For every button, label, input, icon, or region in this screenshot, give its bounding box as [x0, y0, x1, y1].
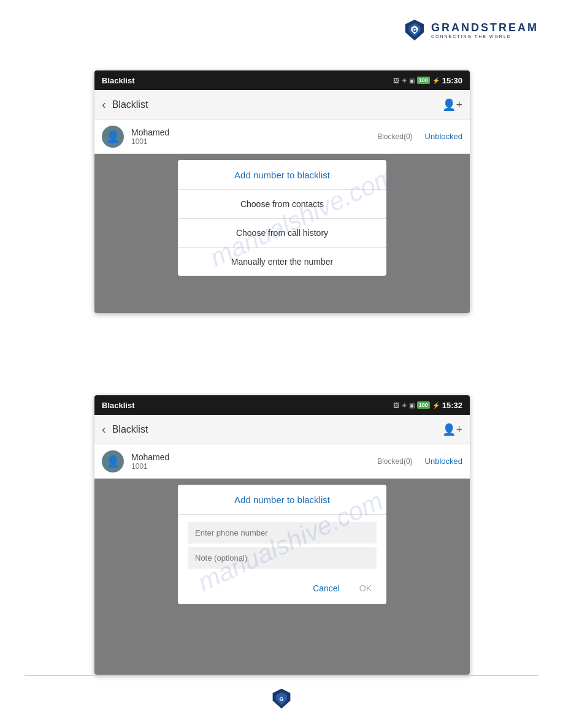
blocked-badge-1: Blocked(0) — [377, 132, 412, 141]
screen-icon-2: ▣ — [409, 402, 415, 409]
nav-bar-2: ‹ Blacklist 👤+ — [94, 415, 470, 444]
phone-number-input[interactable] — [188, 522, 377, 544]
status-bar-icons-1: 🖼 ✳ ▣ 100 ⚡ 15:30 — [393, 76, 462, 85]
contact-avatar-1: 👤 — [102, 126, 124, 148]
time-display-2: 15:32 — [442, 401, 462, 410]
bottom-logo-icon: G — [270, 688, 293, 710]
status-bar-title-1: Blacklist — [102, 76, 134, 85]
bluetooth-icon-1: ✳ — [402, 77, 407, 84]
note-input[interactable] — [188, 547, 377, 569]
bottom-divider — [25, 675, 538, 676]
bottom-logo: G — [270, 688, 293, 710]
add-user-button-1[interactable]: 👤+ — [442, 98, 462, 112]
contact-number-1: 1001 — [131, 137, 377, 146]
screen-overlay-2: Add number to blacklist Cancel OK — [94, 479, 470, 675]
screen-overlay-1: Add number to blacklist Choose from cont… — [94, 154, 470, 313]
back-button-1[interactable]: ‹ — [102, 97, 106, 112]
avatar-icon-1: 👤 — [106, 130, 120, 143]
nav-bar-1: ‹ Blacklist 👤+ — [94, 90, 470, 119]
manually-enter-option[interactable]: Manually enter the number — [178, 248, 386, 276]
blocked-badge-2: Blocked(0) — [377, 457, 412, 466]
contact-row-1: 👤 Mohamed 1001 Blocked(0) Unblocked — [94, 119, 470, 154]
unblocked-button-2[interactable]: Unblocked — [425, 457, 462, 466]
svg-text:G: G — [279, 696, 283, 702]
time-display-1: 15:30 — [442, 76, 462, 85]
dialog-add-blacklist-2: Add number to blacklist Cancel OK — [178, 485, 386, 604]
bluetooth-icon-2: ✳ — [402, 402, 407, 409]
add-user-button-2[interactable]: 👤+ — [442, 423, 462, 436]
image-icon-1: 🖼 — [393, 77, 399, 84]
screen-2: Blacklist 🖼 ✳ ▣ 100 ⚡ 15:32 ‹ Blacklist … — [94, 395, 470, 675]
contact-row-2: 👤 Mohamed 1001 Blocked(0) Unblocked — [94, 444, 470, 479]
contact-info-2: Mohamed 1001 — [131, 452, 377, 471]
svg-text:G: G — [413, 27, 417, 33]
contact-info-1: Mohamed 1001 — [131, 127, 377, 146]
battery-indicator-2: 100 — [417, 401, 430, 409]
image-icon-2: 🖼 — [393, 402, 399, 409]
status-bar-1: Blacklist 🖼 ✳ ▣ 100 ⚡ 15:30 — [94, 70, 470, 90]
status-bar-2: Blacklist 🖼 ✳ ▣ 100 ⚡ 15:32 — [94, 395, 470, 415]
choose-contacts-option[interactable]: Choose from contacts — [178, 190, 386, 219]
cancel-button[interactable]: Cancel — [308, 581, 345, 596]
contact-name-1: Mohamed — [131, 127, 377, 137]
dialog-add-blacklist-1: Add number to blacklist Choose from cont… — [178, 160, 386, 276]
contact-name-2: Mohamed — [131, 452, 377, 462]
status-bar-icons-2: 🖼 ✳ ▣ 100 ⚡ 15:32 — [393, 401, 462, 410]
dialog-title-1: Add number to blacklist — [178, 160, 386, 190]
contact-number-2: 1001 — [131, 462, 377, 471]
screen-icon-1: ▣ — [409, 77, 415, 84]
back-button-2[interactable]: ‹ — [102, 422, 106, 436]
dialog-actions-2: Cancel OK — [178, 576, 386, 604]
dialog-title-2: Add number to blacklist — [178, 485, 386, 515]
nav-title-2: Blacklist — [112, 424, 443, 435]
status-bar-title-2: Blacklist — [102, 401, 134, 410]
contact-avatar-2: 👤 — [102, 450, 124, 472]
avatar-icon-2: 👤 — [106, 455, 120, 468]
battery-indicator-1: 100 — [417, 77, 430, 84]
charging-icon-1: ⚡ — [432, 77, 440, 84]
choose-call-history-option[interactable]: Choose from call history — [178, 219, 386, 248]
nav-title-1: Blacklist — [112, 99, 443, 110]
charging-icon-2: ⚡ — [432, 402, 440, 409]
ok-button[interactable]: OK — [354, 581, 377, 596]
logo-area: G GRANDSTREAM CONNECTING THE WORLD — [403, 18, 538, 42]
grandstream-logo-icon: G — [403, 18, 426, 42]
screen-1: Blacklist 🖼 ✳ ▣ 100 ⚡ 15:30 ‹ Blacklist … — [94, 70, 470, 313]
logo-text: GRANDSTREAM CONNECTING THE WORLD — [431, 21, 538, 39]
unblocked-button-1[interactable]: Unblocked — [425, 132, 462, 141]
